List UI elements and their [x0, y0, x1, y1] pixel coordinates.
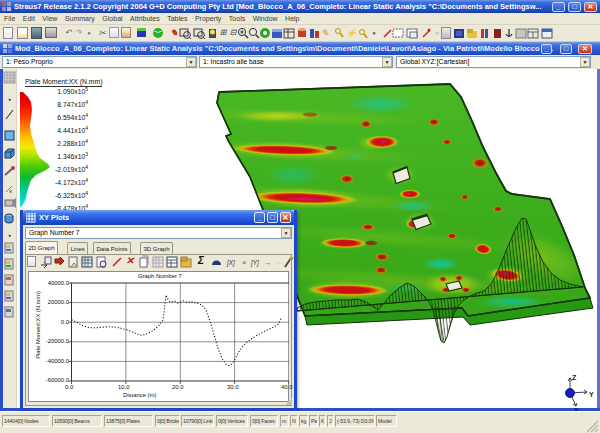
svg-text:Z: Z	[572, 374, 577, 381]
svg-text:Y: Y	[589, 391, 594, 398]
